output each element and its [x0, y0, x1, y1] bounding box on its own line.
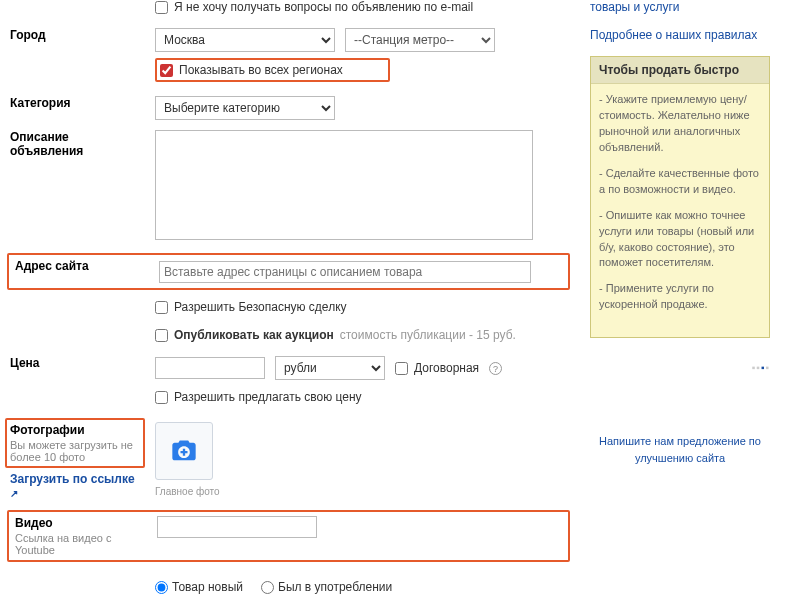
- tips-box-title: Чтобы продать быстро: [591, 57, 769, 84]
- side-link-rules[interactable]: Подробнее о наших правилах: [590, 28, 770, 42]
- siteurl-label: Адрес сайта: [12, 259, 157, 285]
- category-label: Категория: [10, 96, 155, 120]
- tip-4: - Примените услуги по ускоренной продаже…: [599, 281, 761, 313]
- pager-dots[interactable]: ▪▪▪▪: [590, 362, 770, 373]
- photos-label: Фотографии: [10, 423, 85, 437]
- offerprice-row: Разрешить предлагать свою цену: [155, 390, 570, 404]
- description-textarea[interactable]: [155, 130, 533, 240]
- video-label: Видео: [15, 516, 53, 530]
- city-label: Город: [10, 28, 155, 86]
- all-regions-label: Показывать во всех регионах: [179, 63, 343, 77]
- camera-plus-icon: [170, 437, 198, 465]
- safedeal-checkbox[interactable]: [155, 301, 168, 314]
- upload-by-link[interactable]: Загрузить по ссылке: [10, 472, 145, 500]
- safedeal-label: Разрешить Безопасную сделку: [174, 300, 347, 314]
- no-email-label: Я не хочу получать вопросы по объявлению…: [174, 0, 473, 14]
- no-email-checkbox[interactable]: [155, 1, 168, 14]
- photo-upload-button[interactable]: [155, 422, 213, 480]
- auction-cost: стоимость публикации - 15 руб.: [340, 328, 516, 342]
- all-regions-checkbox[interactable]: [160, 64, 173, 77]
- condition-used-label: Был в употреблении: [278, 580, 392, 594]
- city-select[interactable]: Москва: [155, 28, 335, 52]
- auction-label: Опубликовать как аукцион: [174, 328, 334, 342]
- negotiable-checkbox[interactable]: [395, 362, 408, 375]
- tip-1: - Укажите приемлемую цену/стоимость. Жел…: [599, 92, 761, 156]
- main-photo-caption: Главное фото: [155, 486, 570, 497]
- no-email-checkbox-row: Я не хочу получать вопросы по объявлению…: [155, 0, 570, 14]
- tips-box: Чтобы продать быстро - Укажите приемлему…: [590, 56, 770, 338]
- feedback-link[interactable]: Напишите нам предложение по улучшению са…: [590, 433, 770, 466]
- side-link-goods[interactable]: товары и услуги: [590, 0, 770, 14]
- condition-radiogroup: Товар новый Был в употреблении: [155, 580, 570, 594]
- condition-used-radio[interactable]: [261, 581, 274, 594]
- condition-new-radio[interactable]: [155, 581, 168, 594]
- photos-hint: Вы можете загрузить не более 10 фото: [10, 439, 140, 463]
- category-select[interactable]: Выберите категорию: [155, 96, 335, 120]
- tip-3: - Опишите как можно точнее услуги или то…: [599, 208, 761, 272]
- video-input[interactable]: [157, 516, 317, 538]
- all-regions-row: Показывать во всех регионах: [155, 58, 390, 82]
- tip-2: - Сделайте качественные фото а по возмож…: [599, 166, 761, 198]
- auction-row: Опубликовать как аукцион стоимость публи…: [155, 328, 570, 342]
- auction-checkbox[interactable]: [155, 329, 168, 342]
- price-label: Цена: [10, 356, 155, 380]
- siteurl-input[interactable]: [159, 261, 531, 283]
- help-icon[interactable]: ?: [489, 362, 502, 375]
- condition-new-label: Товар новый: [172, 580, 243, 594]
- offerprice-label: Разрешить предлагать свою цену: [174, 390, 362, 404]
- offerprice-checkbox[interactable]: [155, 391, 168, 404]
- description-label: Описание объявления: [10, 130, 155, 243]
- currency-select[interactable]: рубли: [275, 356, 385, 380]
- price-input[interactable]: [155, 357, 265, 379]
- safedeal-row: Разрешить Безопасную сделку: [155, 300, 570, 314]
- video-hint: Ссылка на видео с Youtube: [15, 532, 147, 556]
- metro-select[interactable]: --Станция метро--: [345, 28, 495, 52]
- negotiable-label: Договорная: [414, 361, 479, 375]
